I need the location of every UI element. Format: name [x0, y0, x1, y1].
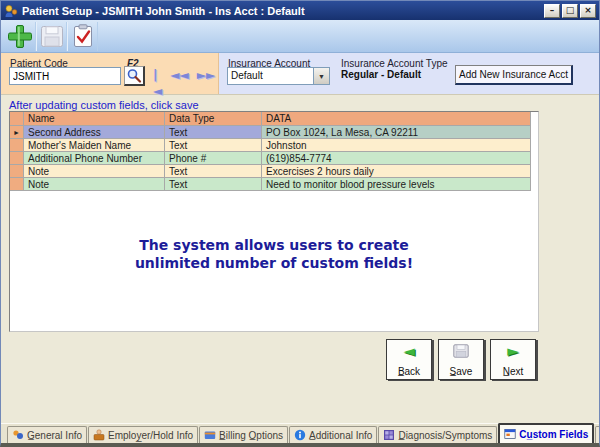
tab-label: B̲illing O̲ptions — [219, 430, 283, 441]
row-selector — [10, 152, 24, 165]
row-selector — [10, 165, 24, 178]
custom-fields-area: Name Data Type DATA ► Second Address Tex… — [9, 111, 539, 332]
cell-name[interactable]: Note — [24, 165, 165, 178]
billing-card-icon — [204, 429, 216, 441]
green-plus-icon — [7, 24, 33, 49]
bottom-tab-bar: G̲eneral Info Employ̲er/Hold Info B̲illi… — [1, 423, 599, 443]
first-record-button[interactable]: |◄ — [153, 67, 162, 99]
add-new-patient-button[interactable] — [5, 22, 36, 51]
maximize-button[interactable]: □ — [562, 4, 578, 18]
app-icon — [4, 4, 18, 18]
info-circle-icon — [294, 429, 306, 441]
patient-code-panel: Patient Code F2 |◄ ◄◄ ►► ►| — [1, 53, 219, 94]
table-row[interactable]: Note Text Excercises 2 hours daily — [10, 165, 531, 178]
row-indicator-arrow: ► — [13, 129, 20, 136]
grid-corner-cell — [10, 112, 24, 126]
clipboard-check-icon — [72, 24, 94, 48]
previous-record-button[interactable]: ◄◄ — [170, 67, 188, 99]
table-row[interactable]: ► Second Address Text PO Box 1024, La Me… — [10, 126, 531, 139]
tab-billing-options[interactable]: B̲illing O̲ptions — [199, 426, 288, 443]
save-button[interactable]: S̲ave — [438, 339, 484, 380]
cell-name[interactable]: Mother's Maiden Name — [24, 139, 165, 152]
patient-search-button[interactable] — [124, 66, 145, 86]
arrow-left-icon: ◄ — [403, 343, 415, 359]
row-selector — [10, 139, 24, 152]
tab-general-info[interactable]: G̲eneral Info — [7, 426, 87, 443]
diagnosis-grid-icon — [383, 429, 395, 441]
titlebar[interactable]: Patient Setup - JSMITH John Smith - Ins … — [1, 1, 599, 20]
back-button-label: B̲ack — [398, 366, 420, 377]
cell-data[interactable]: Johnston — [262, 139, 531, 152]
tab-label: Cu̲stom Fields — [519, 429, 588, 440]
add-new-insurance-acct-button[interactable]: Add New Insurance Acct — [455, 65, 573, 85]
chevron-down-icon[interactable]: ▼ — [313, 68, 329, 84]
table-row[interactable]: Mother's Maiden Name Text Johnston — [10, 139, 531, 152]
next-record-button[interactable]: ►► — [197, 67, 215, 99]
column-header-data[interactable]: DATA — [262, 112, 531, 126]
insurance-account-type-value: Regular - Default — [341, 69, 421, 80]
table-row[interactable]: Note Text Need to monitor blood pressure… — [10, 178, 531, 191]
arrow-right-icon: ► — [507, 343, 519, 359]
footer-buttons: ◄ B̲ack S̲ave ► N̲ext — [386, 339, 536, 380]
insurance-account-dropdown[interactable]: Default ▼ — [227, 67, 330, 85]
column-header-data-type[interactable]: Data Type — [165, 112, 262, 126]
tab-label: A̲dditional Info — [309, 430, 372, 441]
row-selector: ► — [10, 126, 24, 139]
cell-data-type[interactable]: Phone # — [165, 152, 262, 165]
people-icon — [12, 429, 24, 441]
grid-header-row: Name Data Type DATA — [10, 112, 531, 126]
next-button-label: N̲ext — [503, 366, 524, 377]
top-panels: Patient Code F2 |◄ ◄◄ ►► ►| Insurance Ac… — [1, 53, 599, 95]
save-notice-text: After updating custom fields, click save — [9, 99, 199, 111]
toolbar — [1, 20, 599, 53]
cell-name[interactable]: Note — [24, 178, 165, 191]
close-button[interactable]: × — [580, 4, 596, 18]
tab-appointments[interactable]: Ap̲pointments — [595, 426, 600, 443]
promo-message-line1: The system allows users to create — [10, 236, 538, 254]
cell-data-type[interactable]: Text — [165, 139, 262, 152]
cell-data[interactable]: (619)854-7774 — [262, 152, 531, 165]
tab-employer-hold-info[interactable]: Employ̲er/Hold Info — [88, 426, 198, 443]
patient-code-input[interactable] — [9, 67, 121, 85]
next-button[interactable]: ► N̲ext — [490, 339, 536, 380]
insurance-panel: Insurance Account Default ▼ Insurance Ac… — [219, 53, 599, 94]
table-row[interactable]: Additional Phone Number Phone # (619)854… — [10, 152, 531, 165]
cell-name[interactable]: Second Address — [24, 126, 165, 139]
tab-diagnosis-symptoms[interactable]: D̲iagnosis/Symptoms — [378, 426, 497, 443]
tab-custom-fields[interactable]: Cu̲stom Fields — [498, 423, 594, 443]
promo-message-line2: unlimited number of custom fields! — [10, 254, 538, 272]
tab-label: Employ̲er/Hold Info — [108, 430, 193, 441]
column-header-name[interactable]: Name — [24, 112, 165, 126]
cell-name[interactable]: Additional Phone Number — [24, 152, 165, 165]
cell-data[interactable]: Need to monitor blood pressure levels — [262, 178, 531, 191]
promo-message: The system allows users to create unlimi… — [10, 236, 538, 272]
minimize-button[interactable]: – — [544, 4, 560, 18]
cell-data[interactable]: Excercises 2 hours daily — [262, 165, 531, 178]
back-button[interactable]: ◄ B̲ack — [386, 339, 432, 380]
save-button-label: S̲ave — [450, 366, 473, 377]
verify-toolbar-button[interactable] — [67, 22, 98, 51]
floppy-disk-icon — [453, 343, 469, 359]
magnifier-icon — [126, 68, 142, 84]
tab-label: G̲eneral Info — [27, 430, 82, 441]
custom-fields-grid: Name Data Type DATA ► Second Address Tex… — [10, 112, 531, 191]
floppy-disk-icon — [40, 25, 64, 48]
patient-setup-window: Patient Setup - JSMITH John Smith - Ins … — [0, 0, 600, 447]
tab-label: D̲iagnosis/Symptoms — [398, 430, 492, 441]
window-icon — [504, 428, 516, 440]
cell-data[interactable]: PO Box 1024, La Mesa, CA 92211 — [262, 126, 531, 139]
cell-data-type[interactable]: Text — [165, 165, 262, 178]
window-title: Patient Setup - JSMITH John Smith - Ins … — [22, 5, 542, 17]
cell-data-type[interactable]: Text — [165, 126, 262, 139]
tab-additional-info[interactable]: A̲dditional Info — [289, 426, 377, 443]
insurance-account-type-label: Insurance Account Type — [341, 58, 448, 69]
insurance-account-value: Default — [228, 68, 313, 84]
row-selector — [10, 178, 24, 191]
employer-icon — [93, 429, 105, 441]
cell-data-type[interactable]: Text — [165, 178, 262, 191]
save-toolbar-button[interactable] — [36, 22, 67, 51]
